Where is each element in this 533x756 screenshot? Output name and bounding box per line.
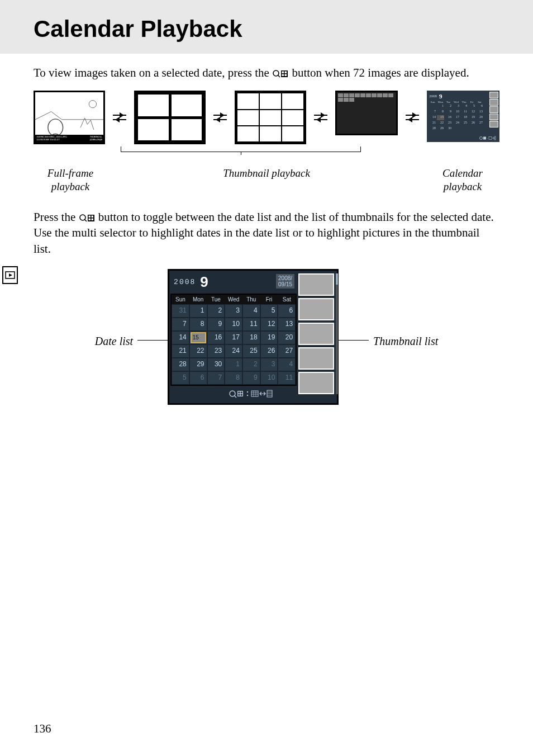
thumb-item (298, 273, 334, 296)
calendar-cell: 11 (242, 318, 260, 331)
caption-calendar: Calendar playback (423, 167, 502, 193)
svg-line-23 (235, 395, 237, 398)
mini-cal-weekdays: SunMonTueWedThuFriSat (429, 101, 497, 103)
calendar-cell: 5 (172, 371, 189, 385)
calendar-cell: 11 (278, 371, 296, 385)
calendar-cell: 20 (278, 331, 296, 344)
page-number: 136 (34, 722, 51, 736)
svg-rect-31 (251, 391, 258, 396)
svg-rect-5 (282, 74, 284, 77)
svg-rect-20 (88, 219, 91, 221)
zoom-out-thumbnail-icon (272, 69, 289, 78)
svg-point-10 (480, 137, 483, 140)
calendar-cell: 8 (189, 318, 207, 331)
big-cal-month: 9 (200, 273, 208, 291)
calendar-cell: 29 (189, 358, 207, 371)
big-cal-grid-wrap: SunMonTueWedThuFriSat 311234567891011121… (170, 294, 297, 386)
svg-rect-19 (91, 216, 93, 218)
calendar-cell: 2 (207, 304, 225, 318)
calendar-cell: 3 (225, 304, 242, 318)
calendar-cell: 7 (172, 318, 189, 331)
calendar-cell: 12 (260, 318, 278, 331)
calendar-cell: 4 (278, 358, 296, 371)
calendar-cell: 25 (242, 344, 260, 358)
caption-thumbnail: Thumbnail playback (216, 167, 317, 193)
caption-full-frame: Full-frame playback (31, 167, 110, 193)
page-content: To view images taken on a selected date,… (0, 54, 533, 405)
svg-rect-14 (494, 136, 496, 140)
mini-cal-foot-icon: : (479, 136, 496, 141)
calendar-cell: 18 (242, 331, 260, 344)
mini-cal-month: 9 (439, 93, 442, 100)
thumbnail-bracket (121, 147, 361, 152)
big-cal-grid: 3112345678910111213141516171819202122232… (172, 304, 296, 385)
calendar-cell: 1 (225, 358, 242, 371)
arrow-pair-1 (112, 91, 127, 144)
svg-rect-25 (238, 391, 240, 393)
svg-rect-18 (88, 216, 91, 218)
calendar-cell: 4 (242, 304, 260, 318)
big-cal-year: 2008 (174, 278, 196, 286)
calendar-cell: 2 (242, 358, 260, 371)
intro-text-post: button when 72 images are displayed. (292, 66, 469, 79)
calendar-cell: 9 (242, 371, 260, 385)
captions-row: Full-frame playback Thumbnail playback C… (34, 167, 499, 193)
playback-tab-icon (2, 266, 18, 284)
playback-icon (5, 270, 15, 280)
calendar-cell: 16 (207, 331, 225, 344)
thumb-4-cell (134, 91, 206, 144)
calendar-cell: 1 (189, 304, 207, 318)
mini-cal-thumbs (489, 92, 498, 127)
zoom-out-thumbnail-icon (79, 214, 96, 223)
p2-post: button to toggle between the date list a… (34, 210, 494, 256)
calendar-cell: 3 (260, 358, 278, 371)
intro-paragraph: To view images taken on a selected date,… (34, 65, 499, 81)
thumb-item (298, 347, 334, 370)
header-band: Calendar Playback (0, 0, 533, 54)
thumb-item (298, 298, 334, 320)
calendar-cell: 8 (225, 371, 242, 385)
mini-calendar: 20089 SunMonTueWedThuFriSat 123456789101… (427, 91, 499, 142)
svg-line-1 (278, 75, 280, 78)
calendar-cell: 24 (225, 344, 242, 358)
svg-rect-13 (489, 137, 492, 140)
calendar-cell: 14 (172, 331, 189, 344)
big-calendar-pane: 2008 9 2008/ 09/15 SunMonTueWedThuFriSat… (168, 269, 339, 405)
calendar-cell: 21 (172, 344, 189, 358)
calendar-cell: 28 (172, 358, 189, 371)
lead-line-right (339, 340, 369, 341)
calendar-cell: 26 (260, 344, 278, 358)
svg-rect-3 (282, 72, 284, 74)
intro-text-pre: To view images taken on a selected date,… (34, 66, 272, 79)
calendar-cell: 10 (260, 371, 278, 385)
paragraph-2: Press the button to toggle between the d… (34, 209, 499, 257)
thumb-item (298, 372, 334, 394)
calendar-cell: 6 (189, 371, 207, 385)
svg-rect-28 (241, 394, 242, 396)
calendar-cell: 19 (260, 331, 278, 344)
calendar-cell: 23 (207, 344, 225, 358)
svg-point-29 (247, 391, 248, 393)
big-cal-datebox: 2008/ 09/15 (276, 274, 294, 289)
arrow-pair-2 (212, 91, 228, 144)
big-calendar-wrap: Date list 2008 9 2008/ 09/15 SunMonTueWe… (34, 269, 499, 405)
page-title: Calendar Playback (34, 16, 533, 42)
datebox-line2: 09/15 (278, 281, 292, 287)
svg-rect-26 (241, 391, 242, 393)
calendar-cell: 27 (278, 344, 296, 358)
mini-cal-grid: 1234567891011121314151617181920212223242… (429, 104, 497, 131)
bracket-row (34, 147, 499, 157)
svg-rect-4 (285, 72, 287, 74)
full-frame-overlay: 100NC300 DSC_0001.JPG15/09/2008 10:02:27… (35, 135, 103, 143)
calendar-cell: 22 (189, 344, 207, 358)
thumb-72-grid (335, 91, 398, 135)
svg-line-16 (84, 220, 87, 222)
svg-text::: : (487, 137, 488, 140)
p2-pre: Press the (34, 210, 79, 224)
thumb-9-grid (235, 91, 306, 144)
thumb-4-grid (134, 91, 206, 144)
label-thumbnail-list: Thumbnail list (373, 269, 438, 348)
full-frame-cell: 100NC300 DSC_0001.JPG15/09/2008 10:02:27… (34, 91, 105, 144)
arrow-pair-4 (404, 91, 420, 144)
mini-calendar-cell: 20089 SunMonTueWedThuFriSat 123456789101… (427, 91, 499, 142)
